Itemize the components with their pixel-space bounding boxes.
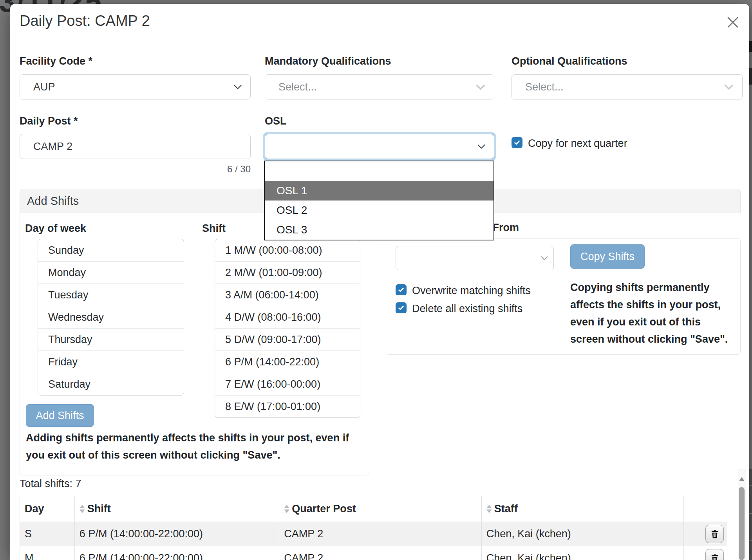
column-header-label: Staff — [494, 503, 518, 515]
add-shifts-button[interactable]: Add Shifts — [26, 404, 94, 427]
day-item[interactable]: Monday — [38, 261, 184, 284]
day-item[interactable]: Tuesday — [38, 284, 184, 306]
optional-qualifications-placeholder: Select... — [512, 81, 564, 93]
shift-item[interactable]: 5 D/W (09:00-17:00) — [215, 328, 360, 350]
checkmark-icon — [398, 286, 405, 293]
mandatory-qualifications-label: Mandatory Qualifications — [265, 55, 391, 67]
daily-post-input[interactable] — [20, 140, 218, 153]
table-row: M 6 P/M (14:00:00-22:00:00) CAMP 2 Chen,… — [20, 546, 727, 560]
day-item[interactable]: Friday — [38, 350, 184, 373]
shifts-table: Day Shift Quarter Post Staff S 6 P/M (14… — [20, 496, 727, 560]
shift-list: 1 M/W (00:00-08:00) 2 M/W (01:00-09:00) … — [215, 239, 360, 418]
cell-shift: 6 P/M (14:00:00-22:00:00) — [75, 522, 279, 546]
cell-staff: Chen, Kai (kchen) — [482, 546, 684, 560]
sort-icon — [80, 505, 85, 513]
delete-existing-label: Delete all existing shifts — [412, 303, 522, 315]
column-header-day[interactable]: Day — [20, 496, 75, 522]
scrollbar-thumb[interactable] — [739, 487, 745, 560]
table-header-row: Day Shift Quarter Post Staff — [20, 496, 727, 522]
copy-next-quarter-label: Copy for next quarter — [528, 137, 627, 150]
osl-option-empty[interactable] — [265, 161, 494, 181]
chevron-down-icon — [477, 144, 486, 150]
overwrite-matching-checkbox[interactable] — [396, 284, 407, 295]
close-icon — [725, 14, 741, 31]
checkmark-icon — [513, 139, 521, 146]
facility-code-value: AUP — [20, 81, 55, 93]
checkmark-icon — [398, 304, 405, 311]
cell-quarter-post: CAMP 2 — [279, 522, 481, 546]
add-shifts-warning: Adding shifts permanently affects the sh… — [26, 429, 363, 464]
chevron-down-icon — [475, 83, 486, 90]
column-header-label: Shift — [87, 503, 111, 515]
cell-day: M — [20, 546, 75, 560]
day-of-week-label: Day of week — [25, 222, 86, 235]
cell-staff: Chen, Kai (kchen) — [482, 522, 684, 546]
cell-day: S — [20, 522, 75, 546]
modal-title: Daily Post: CAMP 2 — [20, 13, 150, 29]
obscured-background-rows — [749, 469, 752, 560]
close-button[interactable] — [721, 11, 744, 34]
column-header-shift[interactable]: Shift — [75, 496, 279, 522]
cell-actions — [684, 522, 727, 546]
shift-item[interactable]: 7 E/W (16:00-00:00) — [215, 373, 360, 395]
facility-code-label: Facility Code * — [20, 55, 92, 67]
sort-icon — [486, 505, 492, 513]
trash-icon — [710, 553, 720, 560]
daily-post-counter: 6 / 30 — [133, 164, 251, 175]
daily-post-field — [20, 134, 251, 159]
delete-existing-checkbox[interactable] — [396, 302, 407, 313]
day-item[interactable]: Wednesday — [38, 306, 184, 328]
facility-code-select[interactable]: AUP — [20, 74, 251, 99]
column-header-label: Quarter Post — [292, 503, 356, 515]
osl-label: OSL — [265, 115, 287, 127]
day-of-week-list: Sunday Monday Tuesday Wednesday Thursday… — [38, 239, 184, 396]
total-shifts: Total shifts: 7 — [20, 478, 81, 490]
shift-item[interactable]: 3 A/M (06:00-14:00) — [215, 284, 360, 306]
delete-shift-button[interactable] — [705, 525, 724, 543]
shift-item[interactable]: 8 E/W (17:00-01:00) — [215, 395, 360, 417]
table-row: S 6 P/M (14:00:00-22:00:00) CAMP 2 Chen,… — [20, 522, 727, 546]
column-header-actions — [684, 496, 727, 522]
shift-item[interactable]: 4 D/W (08:00-16:00) — [215, 306, 360, 328]
header-divider — [10, 42, 749, 42]
shift-item[interactable]: 1 M/W (00:00-08:00) — [215, 239, 360, 261]
optional-qualifications-label: Optional Qualifications — [512, 55, 627, 67]
scrollbar-up-arrow[interactable] — [739, 477, 745, 481]
trash-icon — [710, 529, 720, 539]
cell-shift: 6 P/M (14:00:00-22:00:00) — [75, 546, 279, 560]
osl-option-2[interactable]: OSL 2 — [265, 201, 494, 220]
copy-shifts-from-select[interactable] — [396, 246, 554, 270]
copy-next-quarter-checkbox[interactable] — [512, 137, 522, 148]
column-header-label: Day — [25, 503, 44, 515]
chevron-down-icon — [540, 255, 549, 261]
column-header-staff[interactable]: Staff — [482, 496, 684, 522]
daily-post-label: Daily Post * — [20, 115, 78, 127]
screen: 3/11/25 Daily Post: CAMP 2 Facility Code… — [0, 0, 752, 560]
copy-shifts-warning: Copying shifts permanently affects the s… — [570, 279, 735, 348]
column-header-quarter-post[interactable]: Quarter Post — [279, 496, 481, 522]
delete-shift-button[interactable] — [705, 549, 724, 560]
optional-qualifications-select[interactable]: Select... — [512, 74, 743, 99]
obscured-background-fragment — [749, 41, 752, 52]
osl-select[interactable] — [265, 134, 494, 159]
cell-quarter-post: CAMP 2 — [279, 546, 481, 560]
combobox-divider — [536, 251, 536, 266]
shift-label: Shift — [202, 222, 226, 235]
osl-option-1[interactable]: OSL 1 — [265, 181, 494, 201]
day-item[interactable]: Thursday — [38, 328, 184, 350]
osl-option-3[interactable]: OSL 3 — [265, 220, 494, 240]
shift-item[interactable]: 2 M/W (01:00-09:00) — [215, 261, 360, 284]
copy-shifts-button[interactable]: Copy Shifts — [570, 244, 645, 269]
cell-actions — [684, 546, 727, 560]
mandatory-qualifications-select[interactable]: Select... — [265, 74, 494, 99]
chevron-down-icon — [233, 84, 242, 90]
shift-item[interactable]: 6 P/M (14:00-22:00) — [215, 350, 360, 373]
day-item[interactable]: Sunday — [38, 239, 184, 261]
chevron-down-icon — [723, 83, 734, 90]
overwrite-matching-label: Overwrite matching shifts — [412, 285, 531, 297]
osl-dropdown-list: OSL 1 OSL 2 OSL 3 — [264, 161, 494, 240]
add-shifts-section-title: Add Shifts — [20, 195, 79, 208]
sort-icon — [284, 505, 289, 513]
mandatory-qualifications-placeholder: Select... — [265, 81, 317, 93]
day-item[interactable]: Saturday — [38, 373, 184, 395]
